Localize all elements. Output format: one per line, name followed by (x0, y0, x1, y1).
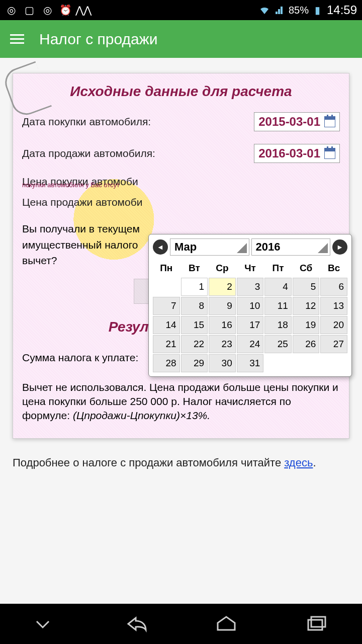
result-explain: Вычет не использовался. Цена продажи бол… (22, 380, 340, 423)
status-bar: ◎ ▢ ◎ ⏰ ⋀⋀ 85% ▮ 14:59 (0, 0, 362, 20)
day-cell[interactable]: 21 (153, 335, 180, 353)
day-cell[interactable]: 22 (181, 335, 208, 353)
day-cell[interactable]: 25 (264, 335, 292, 353)
day-cell (153, 278, 180, 296)
next-month-button[interactable]: ► (332, 239, 347, 255)
purchase-date-value: 2015-03-01 (258, 115, 320, 129)
day-cell[interactable]: 2 (209, 278, 236, 296)
day-cell[interactable]: 30 (209, 354, 236, 372)
back-button[interactable] (118, 614, 148, 634)
battery-text: 85% (289, 5, 309, 16)
dow-header: Пт (264, 260, 292, 277)
day-cell[interactable]: 1 (181, 278, 208, 296)
dow-header: Чт (237, 260, 264, 277)
menu-icon[interactable] (10, 34, 24, 44)
menu-down-button[interactable] (33, 614, 53, 634)
sale-date-label: Дата продажи автомобиля: (22, 147, 254, 159)
day-cell[interactable]: 27 (320, 335, 347, 353)
day-cell[interactable]: 24 (237, 335, 264, 353)
more-link[interactable]: здесь (284, 456, 313, 469)
day-cell[interactable]: 3 (237, 278, 264, 296)
wifi-icon (258, 4, 270, 16)
day-cell[interactable]: 7 (153, 297, 180, 315)
notification-icon: ◎ (5, 4, 17, 16)
day-cell (264, 354, 292, 372)
purchase-date-input[interactable]: 2015-03-01 (254, 112, 340, 131)
day-cell[interactable]: 29 (181, 354, 208, 372)
svg-rect-0 (308, 620, 322, 630)
signal-icon (274, 4, 286, 16)
day-cell[interactable]: 26 (293, 335, 320, 353)
day-cell[interactable]: 8 (181, 297, 208, 315)
notification-icon-2: ◎ (41, 4, 53, 16)
battery-icon: ▮ (312, 4, 324, 16)
dow-header: Пн (153, 260, 180, 277)
day-cell (320, 354, 347, 372)
alarm-icon: ⏰ (59, 4, 71, 16)
dow-header: Вт (181, 260, 208, 277)
source-data-title: Исходные данные для расчета (22, 84, 340, 100)
nav-bar (0, 604, 362, 644)
purchase-date-label: Дата покупки автомобиля: (22, 116, 254, 128)
svg-rect-1 (311, 617, 325, 627)
more-info: Подробнее о налоге с продажи автомобиля … (13, 456, 349, 469)
day-cell[interactable]: 14 (153, 316, 180, 334)
day-cell[interactable]: 15 (181, 316, 208, 334)
calendar-icon[interactable] (324, 148, 335, 159)
day-cell[interactable]: 10 (237, 297, 264, 315)
clock: 14:59 (327, 3, 357, 17)
android-icon: ⋀⋀ (77, 4, 89, 16)
day-cell[interactable]: 31 (237, 354, 264, 372)
day-cell[interactable]: 19 (293, 316, 320, 334)
page-title: Налог с продажи (39, 31, 157, 48)
day-cell[interactable]: 28 (153, 354, 180, 372)
day-cell[interactable]: 18 (264, 316, 292, 334)
app-bar: Налог с продажи (0, 20, 362, 58)
dow-header: Ср (209, 260, 236, 277)
home-button[interactable] (214, 614, 239, 634)
image-icon: ▢ (23, 4, 35, 16)
day-cell[interactable]: 11 (264, 297, 292, 315)
year-select[interactable]: 2016 (251, 238, 331, 256)
status-left-icons: ◎ ▢ ◎ ⏰ ⋀⋀ (5, 4, 89, 16)
month-select[interactable]: Мар (170, 238, 249, 256)
day-cell[interactable]: 13 (320, 297, 347, 315)
sale-date-value: 2016-03-01 (258, 146, 320, 160)
day-cell[interactable]: 23 (209, 335, 236, 353)
recent-button[interactable] (304, 614, 329, 634)
day-cell[interactable]: 9 (209, 297, 236, 315)
day-cell[interactable]: 5 (293, 278, 320, 296)
dow-header: Сб (293, 260, 320, 277)
sale-date-input[interactable]: 2016-03-01 (254, 144, 340, 163)
day-cell[interactable]: 6 (320, 278, 347, 296)
day-cell[interactable]: 16 (209, 316, 236, 334)
day-cell[interactable]: 4 (264, 278, 292, 296)
day-cell[interactable]: 12 (293, 297, 320, 315)
datepicker: ◄ Мар 2016 ► ПнВтСрЧтПтСбВс1234567891011… (148, 234, 352, 377)
sale-price-label: Цена продажи автомоби (22, 196, 340, 208)
day-cell[interactable]: 17 (237, 316, 264, 334)
day-cell[interactable]: 20 (320, 316, 347, 334)
calendar-icon[interactable] (324, 116, 335, 127)
dow-header: Вс (320, 260, 347, 277)
status-right: 85% ▮ 14:59 (258, 3, 357, 17)
day-cell (293, 354, 320, 372)
prev-month-button[interactable]: ◄ (153, 239, 168, 255)
